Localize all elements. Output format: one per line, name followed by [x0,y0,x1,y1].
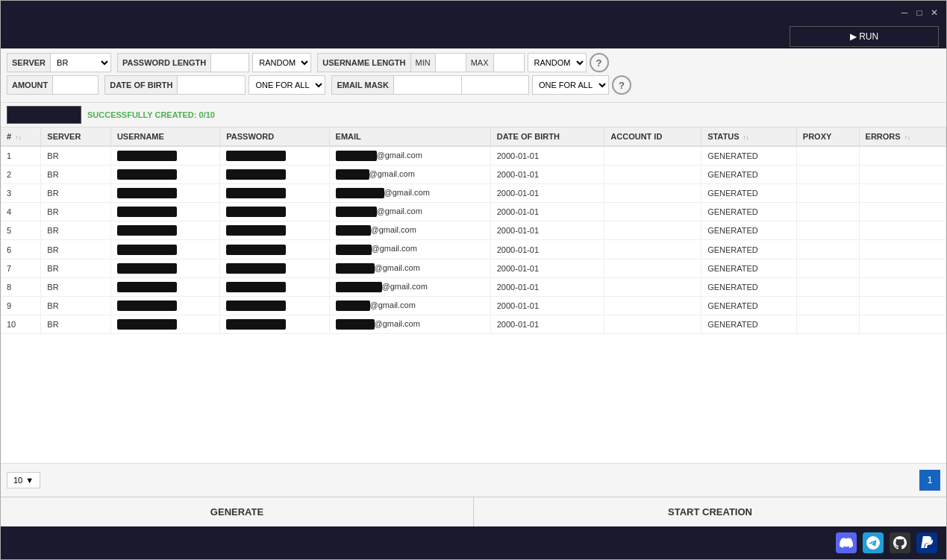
table-row: 9 BR @gmail.com 2000-01-01 GENERATED [1,296,946,315]
cell-status: GENERATED [701,166,797,184]
table-row: 2 BR @gmail.com 2000-01-01 GENERATED [1,166,946,184]
cell-password [220,296,329,315]
cell-account-id [604,146,701,166]
generate-small-button[interactable] [7,106,81,124]
cell-proxy [796,146,859,166]
col-account-id[interactable]: ACCOUNT ID [604,128,701,146]
cell-id: 9 [1,296,41,315]
col-dob[interactable]: DATE OF BIRTH [490,128,604,146]
table-row: 3 BR @gmail.com 2000-01-01 GENERATED [1,184,946,203]
cell-password [220,315,329,333]
close-button[interactable]: ✕ [928,7,940,19]
cell-account-id [604,240,701,259]
cell-status: GENERATED [701,296,797,315]
password-length-input[interactable]: 10 [211,54,249,72]
cell-account-id [604,203,701,221]
cell-dob: 2000-01-01 [490,221,604,240]
username-min-input[interactable]: 8 [436,54,466,72]
col-server[interactable]: SERVER [41,128,111,146]
col-id[interactable]: # ↑↓ [1,128,41,146]
cell-account-id [604,277,701,296]
cell-username [110,277,219,296]
cell-proxy [796,221,859,240]
email-help-button[interactable]: ? [612,75,631,95]
col-status[interactable]: STATUS ↑↓ [701,128,797,146]
per-page-button[interactable]: 10 ▼ [7,472,40,488]
cell-password [220,203,329,221]
cell-errors [859,259,946,277]
table-body: 1 BR @gmail.com 2000-01-01 GENERATED 2 B… [1,146,946,333]
cell-password [220,259,329,277]
col-proxy[interactable]: PROXY [796,128,859,146]
controls-area: SERVER BR NA PASSWORD LENGTH 10 RANDOM F… [1,48,946,103]
col-password[interactable]: PASSWORD [220,128,329,146]
col-username[interactable]: USERNAME [110,128,219,146]
telegram-icon[interactable] [863,532,884,553]
email-username-input[interactable]: <username> [394,76,461,94]
cell-id: 2 [1,166,41,184]
cell-email: @gmail.com [329,296,490,315]
cell-username [110,240,219,259]
page-1-button[interactable]: 1 [919,470,940,491]
run-button[interactable]: ▶ RUN [790,26,939,47]
discord-icon[interactable] [836,532,857,553]
minimize-button[interactable]: ─ [898,7,910,19]
table-row: 8 BR @gmail.com 2000-01-01 GENERATED [1,277,946,296]
table-row: 7 BR @gmail.com 2000-01-01 GENERATED [1,259,946,277]
email-domain-input[interactable]: @gmail.com [461,76,528,94]
generate-button[interactable]: GENERATE [1,497,474,526]
cell-errors [859,277,946,296]
cell-account-id [604,296,701,315]
email-mask-label: EMAIL MASK [332,76,393,94]
cell-server: BR [41,277,111,296]
dob-input[interactable]: 2000-01-01 [178,76,245,94]
cell-server: BR [41,240,111,259]
github-icon[interactable] [890,532,910,553]
cell-server: BR [41,146,111,166]
cell-status: GENERATED [701,203,797,221]
username-help-button[interactable]: ? [590,53,609,72]
cell-errors [859,146,946,166]
cell-email: @gmail.com [329,166,490,184]
dob-label: DATE OF BIRTH [105,76,178,94]
cell-status: GENERATED [701,184,797,203]
app-logo [7,1,313,25]
controls-row-2: AMOUNT 10 DATE OF BIRTH 2000-01-01 ONE F… [7,75,940,95]
cell-status: GENERATED [701,240,797,259]
per-page-value: 10 [13,476,22,485]
email-mode-select[interactable]: ONE FOR ALL RANDOM [532,75,609,95]
col-errors[interactable]: ERRORS ↑↓ [859,128,946,146]
cell-errors [859,221,946,240]
dob-mode-select[interactable]: ONE FOR ALL RANDOM [249,75,325,95]
server-select[interactable]: BR NA [51,54,110,72]
cell-status: GENERATED [701,315,797,333]
cell-account-id [604,221,701,240]
cell-server: BR [41,184,111,203]
username-mode-select[interactable]: RANDOM FIXED [528,53,587,72]
cell-dob: 2000-01-01 [490,240,604,259]
table-header-row: # ↑↓ SERVER USERNAME PASSWORD EMAIL DATE… [1,128,946,146]
username-max-input[interactable]: 12 [494,54,524,72]
password-mode-select[interactable]: RANDOM FIXED [252,53,311,72]
cell-id: 3 [1,184,41,203]
cell-errors [859,184,946,203]
server-label: SERVER [7,54,51,72]
cell-id: 8 [1,277,41,296]
controls-row-1: SERVER BR NA PASSWORD LENGTH 10 RANDOM F… [7,53,940,72]
maximize-button[interactable]: □ [913,7,925,19]
cell-server: BR [41,166,111,184]
cell-username [110,296,219,315]
cell-status: GENERATED [701,259,797,277]
cell-dob: 2000-01-01 [490,315,604,333]
cell-proxy [796,166,859,184]
username-min-label: MIN [411,54,436,72]
paypal-icon[interactable] [916,532,937,553]
header-bar: ▶ RUN [1,25,946,48]
start-creation-button[interactable]: START CREATION [474,497,946,526]
cell-email: @gmail.com [329,277,490,296]
cell-status: GENERATED [701,146,797,166]
cell-server: BR [41,296,111,315]
col-email[interactable]: EMAIL [329,128,490,146]
amount-input[interactable]: 10 [53,76,98,94]
cell-errors [859,315,946,333]
